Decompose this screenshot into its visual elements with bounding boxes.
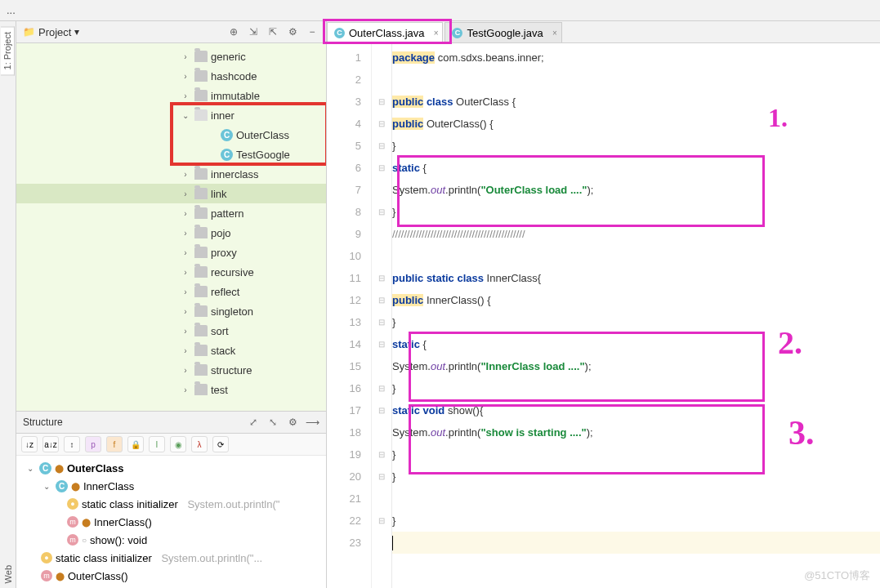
structure-outer-ctor[interactable]: m⬤ OuterClass() — [21, 567, 321, 585]
tree-item-link[interactable]: ›link — [16, 184, 326, 203]
structure-innerclass[interactable]: ⌄C⬤ InnerClass — [21, 477, 321, 495]
tree-item-stack[interactable]: ›stack — [16, 341, 326, 360]
vtab-project[interactable]: 1: Project — [1, 26, 15, 75]
structure-toolbar: ↓z a↓z ↕ p f 🔒 I ◉ λ ⟳ — [16, 434, 326, 456]
gear-icon[interactable]: ⚙ — [285, 24, 300, 39]
tree-item-test[interactable]: ›test — [16, 380, 326, 399]
tree-item-testgoogle-file[interactable]: CTestGoogle — [16, 145, 326, 164]
project-tree[interactable]: ›generic ›hashcode ›immutable ⌄inner COu… — [16, 43, 326, 411]
structure-hide-icon[interactable]: ⟶ — [305, 415, 319, 430]
left-tool-gutter: 1: Project Web — [0, 21, 16, 588]
breadcrumb-text: ... — [7, 4, 16, 16]
tree-item-outerclass-file[interactable]: COuterClass — [16, 125, 326, 145]
tree-item-structure[interactable]: ›structure — [16, 360, 326, 380]
expand-all-icon[interactable]: ⤢ — [246, 415, 261, 430]
minimize-icon[interactable]: − — [305, 24, 319, 39]
show-anon-icon[interactable]: ◉ — [170, 436, 186, 452]
structure-tree[interactable]: ⌄C⬤ OuterClass ⌄C⬤ InnerClass ● static c… — [16, 456, 326, 588]
project-panel-title[interactable]: 📁 Project ▾ — [23, 26, 79, 38]
breadcrumb-bar: ... — [0, 0, 880, 21]
project-panel-header: 📁 Project ▾ ⊕ ⇲ ⇱ ⚙ − — [16, 21, 326, 43]
sort-visibility-icon[interactable]: ↓z — [21, 436, 38, 452]
show-nonpublic-icon[interactable]: 🔒 — [127, 436, 144, 452]
editor-tab-bar: COuterClass.java× CTestGoogle.java× — [327, 21, 880, 43]
sort-type-icon[interactable]: ↕ — [64, 436, 80, 452]
show-lambda-icon[interactable]: λ — [191, 436, 208, 452]
target-icon[interactable]: ⊕ — [226, 24, 241, 39]
tree-item-singleton[interactable]: ›singleton — [16, 301, 326, 321]
line-numbers: 12345 678910 1112131415 1617181920 21222… — [327, 43, 372, 588]
close-icon[interactable]: × — [552, 29, 557, 38]
structure-inner-static-init[interactable]: ● static class initializer System.out.pr… — [21, 495, 321, 513]
structure-gear-icon[interactable]: ⚙ — [285, 415, 300, 430]
show-inherited-icon[interactable]: I — [149, 436, 165, 452]
tree-item-generic[interactable]: ›generic — [16, 47, 326, 66]
annotation-3: 3. — [788, 413, 815, 452]
tree-item-inner[interactable]: ⌄inner — [16, 105, 326, 125]
structure-outerclass[interactable]: ⌄C⬤ OuterClass — [21, 459, 321, 477]
autoscroll-icon[interactable]: ⟳ — [212, 436, 229, 452]
annotation-1: 1. — [768, 103, 788, 133]
structure-show-method[interactable]: m○ show(): void — [21, 531, 321, 549]
tree-item-pojo[interactable]: ›pojo — [16, 223, 326, 243]
annotation-2: 2. — [778, 323, 802, 362]
tree-item-immutable[interactable]: ›immutable — [16, 86, 326, 105]
show-fields-icon[interactable]: f — [106, 436, 123, 452]
tree-item-sort[interactable]: ›sort — [16, 321, 326, 341]
show-properties-icon[interactable]: p — [85, 436, 101, 452]
collapse-icon[interactable]: ⇱ — [266, 24, 280, 39]
tree-item-proxy[interactable]: ›proxy — [16, 243, 326, 262]
tree-item-hashcode[interactable]: ›hashcode — [16, 66, 326, 86]
tab-testgoogle[interactable]: CTestGoogle.java× — [444, 22, 561, 42]
fold-gutter[interactable]: ⊟⊟⊟ ⊟⊟ ⊟⊟⊟⊟ ⊟⊟⊟⊟ ⊟ — [372, 43, 392, 588]
tree-item-innerclass[interactable]: ›innerclass — [16, 164, 326, 184]
structure-outer-static-init[interactable]: ● static class initializer System.out.pr… — [21, 549, 321, 567]
watermark: @51CTO博客 — [804, 568, 870, 583]
sort-alpha-icon[interactable]: a↓z — [42, 436, 59, 452]
editor-area: COuterClass.java× CTestGoogle.java× 1. 2… — [327, 21, 880, 588]
tree-item-pattern[interactable]: ›pattern — [16, 203, 326, 223]
tree-item-recursive[interactable]: ›recursive — [16, 262, 326, 282]
structure-panel: Structure ⤢ ⤡ ⚙ ⟶ ↓z a↓z ↕ p f 🔒 I ◉ λ ⟳ — [16, 411, 326, 588]
code-lines[interactable]: package com.sdxs.beans.inner; public cla… — [392, 43, 880, 588]
structure-inner-ctor[interactable]: m⬤ InnerClass() — [21, 513, 321, 531]
tab-outerclass[interactable]: COuterClass.java× — [327, 22, 443, 42]
structure-title: Structure — [23, 416, 63, 428]
vtab-web[interactable]: Web — [2, 560, 15, 588]
collapse-all-icon[interactable]: ⤡ — [266, 415, 280, 430]
expand-icon[interactable]: ⇲ — [246, 24, 261, 39]
code-body[interactable]: 12345 678910 1112131415 1617181920 21222… — [327, 43, 880, 588]
close-icon[interactable]: × — [434, 29, 439, 38]
tree-item-reflect[interactable]: ›reflect — [16, 282, 326, 301]
